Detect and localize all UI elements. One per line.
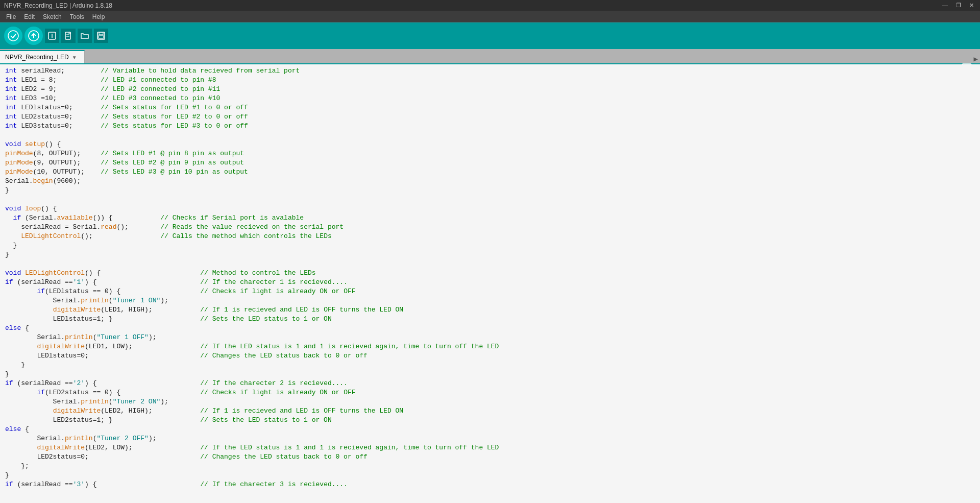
- code-line: }: [0, 241, 980, 250]
- code-line: if (serialRead =='1') { // If the charec…: [0, 278, 980, 287]
- code-line: int serialRead; // Variable to hold data…: [0, 66, 980, 76]
- code-line: void setup() {: [0, 140, 980, 149]
- tab-scroll-icon[interactable]: ▶: [974, 55, 978, 63]
- code-line: [0, 131, 980, 140]
- svg-point-0: [8, 31, 18, 41]
- toolbar-wrapper: [0, 22, 980, 49]
- debug-button[interactable]: [45, 29, 59, 43]
- code-line: int LED2 = 9; // LED #2 connected to pin…: [0, 85, 980, 94]
- menu-help[interactable]: Help: [88, 11, 109, 22]
- save-icon: [96, 31, 106, 40]
- tab-bar: NPVR_Recording_LED ▼ ▶: [0, 49, 980, 64]
- code-line: pinMode(10, OUTPUT); // Sets LED #3 @ pi…: [0, 167, 980, 177]
- code-line: LEDlstatus=0; // Changes the LED status …: [0, 351, 980, 361]
- close-button[interactable]: ✕: [967, 2, 976, 9]
- tab-label: NPVR_Recording_LED: [5, 54, 69, 61]
- code-line: if(LED2status == 0) { // Checks if light…: [0, 388, 980, 397]
- code-line: serialRead = Serial.read(); // Reads the…: [0, 223, 980, 232]
- code-content: int serialRead; // Variable to hold data…: [0, 66, 980, 489]
- code-line: Serial.begin(9600);: [0, 177, 980, 186]
- code-line: digitalWrite(LED2, LOW); // If the LED s…: [0, 443, 980, 452]
- tab-close-icon[interactable]: ▼: [72, 55, 77, 60]
- code-line: if(LEDlstatus == 0) { // Checks if light…: [0, 287, 980, 296]
- window-controls: — ❐ ✕: [940, 2, 976, 9]
- code-line: }: [0, 361, 980, 370]
- code-line: digitalWrite(LED1, HIGH); // If 1 is rec…: [0, 305, 980, 315]
- debug-icon: [47, 31, 57, 40]
- svg-rect-10: [99, 36, 104, 38]
- upload-button[interactable]: [24, 27, 43, 45]
- title-bar: NPVR_Recording_LED | Arduino 1.8.18 — ❐ …: [0, 0, 980, 11]
- code-line: void loop() {: [0, 204, 980, 213]
- menu-bar: File Edit Sketch Tools Help: [0, 11, 980, 22]
- code-line: pinMode(8, OUTPUT); // Sets LED #1 @ pin…: [0, 149, 980, 158]
- minimize-button[interactable]: —: [940, 2, 950, 9]
- code-line: if (serialRead =='2') { // If the charec…: [0, 379, 980, 388]
- code-line: digitalWrite(LED2, HIGH); // If 1 is rec…: [0, 406, 980, 416]
- code-line: else {: [0, 425, 980, 434]
- new-icon: [64, 31, 73, 40]
- code-line: }: [0, 370, 980, 379]
- open-button[interactable]: [78, 29, 92, 43]
- code-line: int LED3 =10; // LED #3 connected to pin…: [0, 94, 980, 103]
- code-line: pinMode(9, OUTPUT); // Sets LED #2 @ pin…: [0, 158, 980, 167]
- tab-npvr-recording-led[interactable]: NPVR_Recording_LED ▼: [0, 50, 85, 63]
- code-line: }: [0, 471, 980, 480]
- code-line: int LEDlstatus=0; // Sets status for LED…: [0, 103, 980, 112]
- code-line: LED2status=1; } // Sets the LED status t…: [0, 416, 980, 425]
- code-line: digitalWrite(LED1, LOW); // If the LED s…: [0, 342, 980, 351]
- menu-tools[interactable]: Tools: [66, 11, 88, 22]
- code-line: };: [0, 462, 980, 471]
- code-line: LED2status=0; // Changes the LED status …: [0, 452, 980, 462]
- code-line: }: [0, 186, 980, 195]
- window-title: NPVR_Recording_LED | Arduino 1.8.18: [4, 2, 112, 9]
- code-line: [0, 195, 980, 204]
- code-line: int LED3status=0; // Sets status for LED…: [0, 122, 980, 131]
- menu-sketch[interactable]: Sketch: [39, 11, 66, 22]
- code-line: if (Serial.available()) { // Checks if S…: [0, 213, 980, 223]
- code-line: if (serialRead =='3') { // If the charec…: [0, 480, 980, 489]
- new-button[interactable]: [61, 29, 76, 43]
- toolbar: [0, 22, 980, 49]
- code-line: Serial.println("Tuner 2 OFF");: [0, 434, 980, 443]
- code-line: }: [0, 250, 980, 259]
- code-line: int LED1 = 8; // LED #1 connected to pin…: [0, 76, 980, 85]
- code-line: else {: [0, 324, 980, 333]
- code-line: void LEDLightControl() { // Method to co…: [0, 269, 980, 278]
- menu-edit[interactable]: Edit: [20, 11, 39, 22]
- upload-icon: [28, 30, 39, 41]
- code-line: LEDlstatus=1; } // Sets the LED status t…: [0, 315, 980, 324]
- save-button[interactable]: [94, 29, 108, 43]
- code-line: Serial.println("Tuner 2 ON");: [0, 397, 980, 406]
- svg-rect-5: [65, 32, 70, 39]
- code-line: Serial.println("Tuner 1 OFF");: [0, 333, 980, 342]
- code-line: int LED2status=0; // Sets status for LED…: [0, 112, 980, 122]
- maximize-button[interactable]: ❐: [954, 2, 963, 9]
- code-editor[interactable]: int serialRead; // Variable to hold data…: [0, 64, 980, 503]
- menu-file[interactable]: File: [2, 11, 20, 22]
- verify-icon: [8, 30, 19, 41]
- open-icon: [80, 31, 89, 40]
- code-line: Serial.println("Tuner 1 ON");: [0, 296, 980, 305]
- verify-button[interactable]: [4, 27, 22, 45]
- code-line: [0, 259, 980, 269]
- code-line: LEDLightControl(); // Calls the method w…: [0, 232, 980, 241]
